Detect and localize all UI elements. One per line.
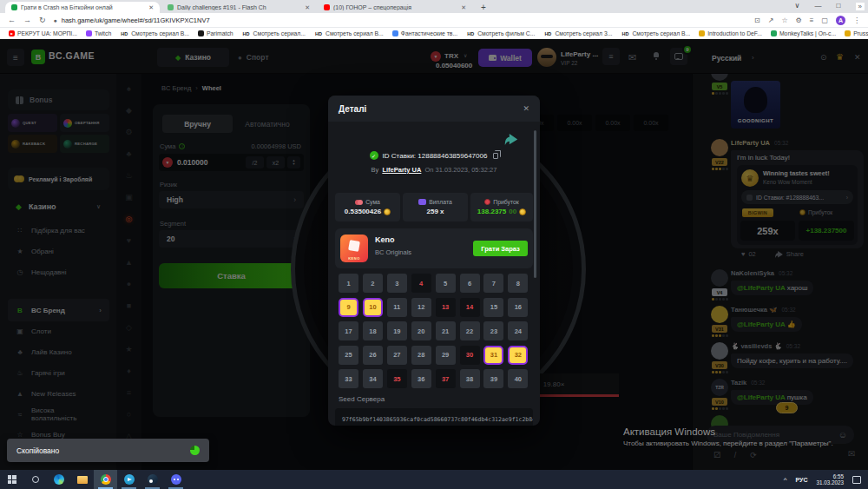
edge-icon	[54, 474, 64, 485]
discord-icon	[171, 474, 181, 485]
bookmark-label: Parimatch	[207, 30, 233, 36]
stat-сума: Сума0.53500426	[335, 193, 400, 221]
bookmark-item[interactable]: Фантастические тв...	[392, 30, 457, 36]
bookmark-item[interactable]: HDСмотреть фильм С...	[466, 30, 535, 36]
bookmark-label: Смотреть сериал В...	[326, 30, 384, 36]
stat-value: 138.237500	[477, 208, 526, 215]
keno-cell-normal: 38	[460, 369, 480, 388]
share-bet-icon[interactable]	[504, 134, 518, 145]
bc-game-site: ≡ B BC.GAME ◆ Казино ● Спорт ▼ TRX ∨ 0.0…	[0, 39, 868, 470]
profile-avatar[interactable]: A	[836, 16, 845, 25]
bookmark-label: MonkeyTalks | On-c...	[779, 30, 836, 36]
forward-icon[interactable]: →	[23, 16, 31, 24]
tab-close-icon[interactable]: ✕	[148, 4, 154, 11]
keno-cell-normal: 6	[460, 274, 480, 293]
keno-cell-hit: 32	[508, 346, 528, 365]
keyboard-language[interactable]: РУС	[795, 477, 807, 483]
bookmark-item[interactable]: MonkeyTalks | On-c...	[771, 30, 836, 36]
bookmark-label: Смотреть сериал 3...	[555, 30, 612, 36]
copy-icon[interactable]	[493, 153, 498, 159]
taskbar-steam[interactable]	[141, 470, 164, 489]
taskbar-apps	[0, 470, 187, 489]
tab-favicon	[324, 4, 330, 10]
window-controls: ∨ — □ ✕	[795, 2, 861, 10]
coins-icon	[355, 200, 363, 205]
new-tab-button[interactable]: +	[481, 3, 486, 12]
bookmark-item[interactable]: ▶РЕКРУТ UA: МОРПІ...	[9, 30, 77, 36]
keno-cell-normal: 23	[483, 321, 503, 340]
keno-cell-normal: 21	[436, 321, 456, 340]
modal-close-icon[interactable]: ✕	[523, 104, 529, 113]
keno-cell-normal: 34	[363, 369, 383, 388]
taskbar-start[interactable]	[0, 470, 23, 489]
tray-expand-icon[interactable]: ^	[784, 476, 787, 484]
taskbar-explorer[interactable]	[70, 470, 94, 489]
window-minimize-button[interactable]: —	[814, 2, 821, 10]
bet-details-modal: Деталі ✕ ✓ ID Ставки: 128888463859647006…	[328, 96, 540, 426]
keno-cell-normal: 20	[411, 321, 431, 340]
keno-cell-normal: 7	[483, 274, 503, 293]
browser-tab[interactable]: (10) ГОНОР – спецоперація✕	[318, 2, 472, 13]
bookmark-item[interactable]: Prussia's Bagano Fa...	[845, 30, 868, 36]
bookmark-item[interactable]: Parimatch	[198, 30, 233, 36]
bookmark-item[interactable]: HDСмотреть сериал В...	[621, 30, 690, 36]
stat-label: Виплата	[418, 199, 451, 205]
menu-dots-icon[interactable]: ⋮	[853, 17, 860, 24]
keno-cell-normal: 25	[339, 346, 358, 365]
reading-list-icon[interactable]: ≡	[810, 17, 814, 24]
bookmark-item[interactable]: HDСмотреть сериал В...	[314, 30, 384, 36]
coin-icon	[519, 208, 526, 215]
taskbar-telegram[interactable]	[117, 470, 141, 489]
server-seed-label: Seed Сервера	[339, 395, 385, 403]
bookmark-label: Смотреть сериал В...	[131, 30, 189, 36]
bookmark-item[interactable]: Introduction to DeF...	[699, 30, 762, 36]
windows-watermark: Активация Windows Чтобы активировать Win…	[623, 426, 833, 447]
keno-cell-miss: 35	[387, 369, 407, 388]
tab-search-icon[interactable]: ∨	[795, 2, 800, 10]
taskbar-discord[interactable]	[164, 470, 187, 489]
keno-cell-normal: 12	[411, 298, 431, 317]
bookmark-star-icon[interactable]: ☆	[781, 17, 787, 24]
bookmark-label: Смотреть сериал...	[253, 30, 306, 36]
taskbar-search[interactable]	[23, 470, 47, 489]
taskbar-edge[interactable]	[47, 470, 70, 489]
side-panel-icon[interactable]: ▢	[821, 17, 828, 24]
install-icon[interactable]: ⊡	[754, 17, 760, 24]
player-link[interactable]: LifeParty UA	[382, 166, 421, 174]
browser-tab[interactable]: Грати в Crash на Біткойни онлай✕	[5, 2, 160, 13]
game-card: KENO Keno BC Originals Грати Зараз	[335, 228, 533, 268]
browser-tab[interactable]: Daily challenges #191 - Flash Ch✕	[161, 2, 316, 13]
tab-close-icon[interactable]: ✕	[305, 4, 310, 11]
url-text: hash.game/uk/game/wheel#/sd/11GKIVKPXC1N…	[62, 17, 210, 24]
stat-виплата: Виплата259 x	[403, 193, 468, 221]
screen: Грати в Crash на Біткойни онлай✕Daily ch…	[0, 0, 868, 489]
bookmark-item[interactable]: HDСмотреть сериал...	[242, 30, 306, 36]
play-now-button[interactable]: Грати Зараз	[473, 241, 528, 256]
tab-close-icon[interactable]: ✕	[461, 4, 466, 11]
bookmark-item[interactable]: Twitch	[86, 30, 111, 36]
tab-title: Грати в Crash на Біткойни онлай	[21, 4, 145, 10]
address-bar[interactable]: ● hash.game/uk/game/wheel#/sd/11GKIVKPXC…	[54, 17, 746, 24]
taskbar-chrome[interactable]	[94, 470, 117, 489]
bookmarks-overflow-icon[interactable]: »	[856, 3, 865, 10]
server-seed-input[interactable]: 97f65b9bf1403865936caf0cad58660737c80f46…	[335, 408, 533, 426]
blue-favicon	[392, 30, 398, 36]
site-info-icon[interactable]: ●	[54, 17, 57, 23]
bookmark-item[interactable]: HDСмотреть сериал 3...	[543, 30, 612, 36]
share-icon[interactable]: ↗	[768, 17, 774, 24]
bookmark-label: Prussia's Bagano Fa...	[853, 30, 868, 36]
hd-favicon: HD	[466, 30, 475, 36]
reload-icon[interactable]: ↻	[39, 16, 46, 24]
verified-icon: ✓	[370, 151, 378, 160]
notification-center-icon[interactable]	[852, 476, 861, 484]
keno-cell-normal: 29	[436, 346, 456, 365]
modal-scrollbar[interactable]	[534, 130, 536, 278]
extensions-icon[interactable]: ⚙	[796, 17, 802, 24]
clock[interactable]: 6:55 31.03.2023	[816, 473, 844, 486]
bookmark-item[interactable]: HDСмотреть сериал В...	[120, 30, 189, 36]
keno-cell-normal: 26	[363, 346, 383, 365]
back-icon[interactable]: ←	[8, 16, 16, 24]
hd-favicon: HD	[543, 30, 552, 36]
browser-chrome: Грати в Crash на Біткойни онлай✕Daily ch…	[0, 0, 868, 39]
window-maximize-button[interactable]: □	[836, 2, 840, 10]
